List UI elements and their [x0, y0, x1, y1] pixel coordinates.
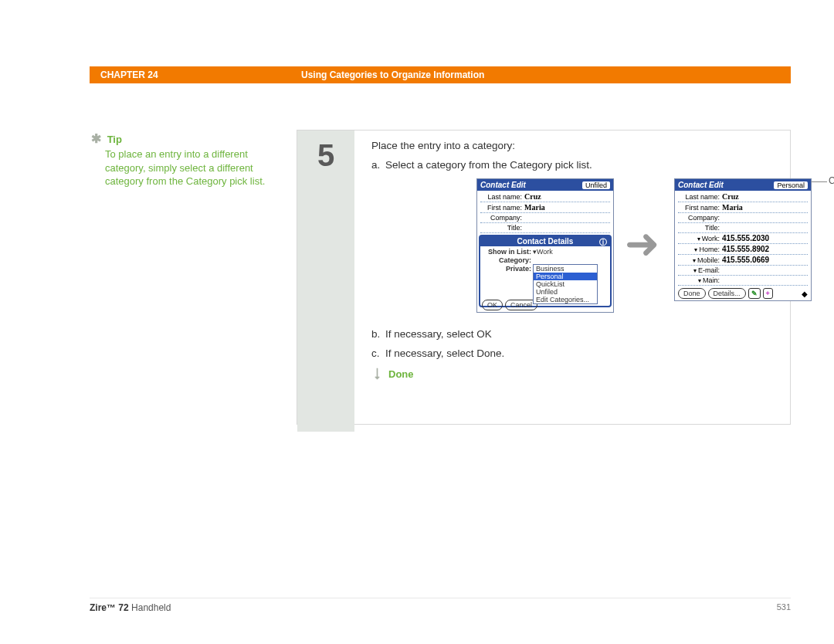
- palm-screen-after: Contact Edit Personal Last name:Cruz Fir…: [674, 178, 812, 301]
- contact-details-modal: Contact Details ⓘ Show in List: ▾Work Ca…: [479, 235, 612, 307]
- step-c: c.If necessary, select Done.: [371, 347, 781, 359]
- step-intro: Place the entry into a category:: [371, 140, 781, 151]
- chapter-header: CHAPTER 24 Using Categories to Organize …: [90, 66, 791, 83]
- product-name: Zire™ 72 Handheld: [90, 602, 171, 613]
- category-chip-unfiled[interactable]: Unfiled: [582, 181, 610, 189]
- page-number: 531: [777, 602, 791, 613]
- done-button[interactable]: Done: [678, 288, 706, 299]
- tip-heading: ✱ Tip: [91, 131, 269, 146]
- step-number: 5: [317, 138, 334, 432]
- dropdown-option[interactable]: Edit Categories...: [534, 296, 597, 303]
- dropdown-option[interactable]: QuickList: [534, 280, 597, 288]
- screen1-titlebar: Contact Edit Unfiled: [477, 179, 613, 191]
- tip-label: Tip: [107, 134, 122, 145]
- tip-asterisk-icon: ✱: [91, 132, 101, 145]
- info-icon[interactable]: ⓘ: [599, 237, 607, 248]
- note-button[interactable]: ✎: [748, 288, 761, 299]
- step-number-column: 5: [297, 130, 354, 432]
- screen1-title: Contact Edit: [480, 181, 526, 189]
- done-arrow-icon: ⭣: [371, 367, 384, 381]
- dropdown-option[interactable]: Business: [534, 265, 597, 273]
- palm-screen-before: Contact Edit Unfiled Last name:Cruz Firs…: [476, 178, 614, 313]
- sort-icon[interactable]: ◆: [802, 290, 808, 298]
- chapter-title: Using Categories to Organize Information: [301, 69, 791, 80]
- add-button[interactable]: +: [763, 288, 773, 299]
- step-panel: 5 Place the entry into a category: a.Sel…: [297, 130, 791, 425]
- step-a: a.Select a category from the Category pi…: [371, 159, 781, 171]
- page-footer: Zire™ 72 Handheld 531: [90, 598, 791, 613]
- tip-sidebar: ✱ Tip To place an entry into a different…: [91, 131, 269, 188]
- done-label: Done: [388, 368, 414, 380]
- screen2-titlebar: Contact Edit Personal: [675, 179, 811, 191]
- ok-button[interactable]: OK: [482, 300, 503, 310]
- category-dropdown[interactable]: Business Personal QuickList Unfiled Edit…: [533, 264, 598, 304]
- callout-line: [812, 181, 827, 182]
- callout-label: Category: [829, 175, 834, 186]
- screen2-title: Contact Edit: [678, 181, 724, 189]
- modal-title: Contact Details ⓘ: [480, 236, 610, 246]
- done-marker: ⭣ Done: [371, 367, 781, 381]
- arrow-right-icon: ➜: [625, 231, 659, 256]
- dropdown-option-selected[interactable]: Personal: [534, 273, 597, 280]
- category-chip-personal[interactable]: Personal: [774, 181, 808, 189]
- details-button[interactable]: Details...: [708, 288, 746, 299]
- screenshot-row: Contact Edit Unfiled Last name:Cruz Firs…: [371, 178, 781, 317]
- chapter-label: CHAPTER 24: [90, 69, 301, 80]
- step-b: b.If necessary, select OK: [371, 328, 781, 340]
- dropdown-option[interactable]: Unfiled: [534, 288, 597, 296]
- tip-body: To place an entry into a different categ…: [105, 147, 269, 188]
